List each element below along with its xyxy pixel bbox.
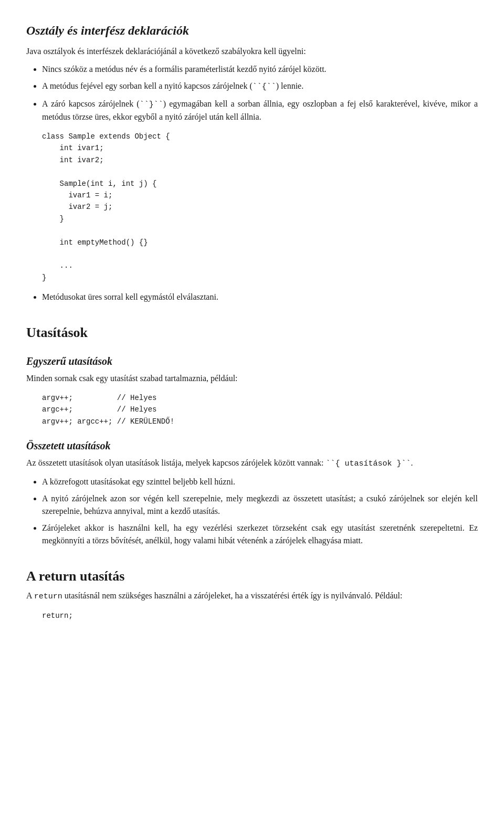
section-class-declarations: Osztály és interfész deklarációk Java os…	[26, 21, 478, 303]
subsection2-bullet-list: A közrefogott utasításokat egy szinttel …	[42, 476, 478, 547]
subsection-osszetett: Összetett utasítások Az összetett utasít…	[26, 438, 478, 547]
section1-code-block: class Sample extends Object { int ivar1;…	[42, 131, 478, 283]
subsection2-bullet1: A közrefogott utasításokat egy szinttel …	[42, 476, 478, 488]
bullet2-text: A metódus fejével egy sorban kell a nyit…	[42, 81, 303, 90]
subsection2-intro: Az összetett utasítások olyan utasítások…	[26, 457, 478, 470]
subsection2-bullet3: Zárójeleket akkor is használni kell, ha …	[42, 522, 478, 547]
section-return: A return utasítás A return utasításnál n…	[26, 566, 478, 622]
main-content: Osztály és interfész deklarációk Java os…	[26, 21, 478, 622]
section-utasitasok: Utasítások Egyszerű utasítások Minden so…	[26, 322, 478, 547]
subsection1-heading: Egyszerű utasítások	[26, 353, 478, 369]
subsection2-code-inline: ``{ utasítások }``	[326, 459, 411, 468]
bullet3-text: A záró kapcsos zárójelnek (``}``) egymag…	[42, 99, 478, 122]
section3-heading: A return utasítás	[26, 566, 478, 586]
section1-bullet-list-2: Metódusokat üres sorral kell egymástól e…	[42, 291, 478, 303]
section1-bullet1: Nincs szóköz a metódus név és a formális…	[42, 63, 478, 76]
section2-heading: Utasítások	[26, 322, 478, 343]
section3-intro: A return utasításnál nem szükséges haszn…	[26, 589, 478, 603]
section1-bullet3: A záró kapcsos zárójelnek (``}``) egymag…	[42, 98, 478, 124]
section3-code-block: return;	[42, 610, 478, 622]
bullet3-code: ``}``	[140, 100, 163, 109]
subsection2-heading: Összetett utasítások	[26, 438, 478, 454]
section1-heading: Osztály és interfész deklarációk	[26, 21, 478, 40]
section1-bullet-list: Nincs szóköz a metódus név és a formális…	[42, 63, 478, 123]
section1-bullet4: Metódusokat üres sorral kell egymástól e…	[42, 291, 478, 303]
subsection1-intro: Minden sornak csak egy utasítást szabad …	[26, 372, 478, 385]
subsection-egyszeru: Egyszerű utasítások Minden sornak csak e…	[26, 353, 478, 427]
subsection1-code-block: argv++; // Helyes argc++; // Helyes argv…	[42, 392, 478, 427]
bullet2-code: ``{``	[253, 82, 276, 91]
section1-intro: Java osztályok és interfészek deklaráció…	[26, 45, 478, 58]
return-code-inline: return	[34, 592, 62, 601]
section1-bullet2: A metódus fejével egy sorban kell a nyit…	[42, 80, 478, 93]
subsection2-bullet2: A nyitó zárójelnek azon sor végén kell s…	[42, 492, 478, 518]
